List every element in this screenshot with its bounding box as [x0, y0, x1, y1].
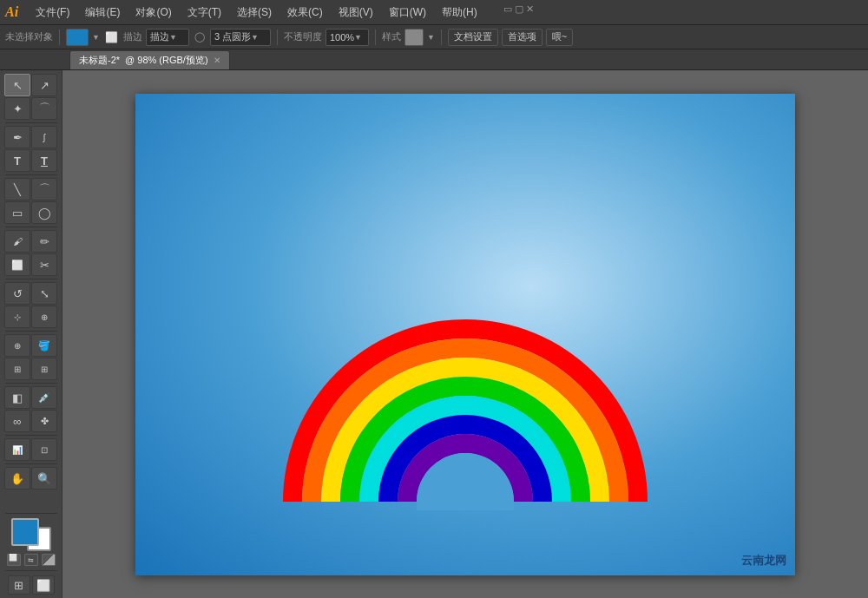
rainbow-svg	[135, 94, 795, 575]
stroke-label: 描边	[123, 30, 142, 43]
paintbrush-tool[interactable]: 🖌	[4, 230, 30, 253]
eyedropper-tool[interactable]: 💉	[31, 386, 57, 409]
symbol-tool[interactable]: ✤	[31, 410, 57, 432]
color-swatches: ⬜ ⇆ ⊞ ⬜	[5, 511, 57, 595]
sep-4	[5, 279, 57, 279]
fill-stroke-swatches[interactable]	[11, 518, 51, 551]
watermark: 云南龙网	[741, 553, 786, 568]
graph-tool[interactable]: 📊	[4, 438, 30, 461]
menu-edit[interactable]: 编辑(E)	[78, 3, 127, 22]
gradient-tool[interactable]: ◧	[4, 386, 30, 409]
title-bar: Ai 文件(F) 编辑(E) 对象(O) 文字(T) 选择(S) 效果(C) 视…	[0, 0, 868, 25]
tab-bar: 未标题-2* @ 98% (RGB/预览) ✕	[0, 49, 868, 70]
scissors-tool[interactable]: ✂	[31, 253, 57, 276]
tab-close[interactable]: ✕	[214, 56, 220, 65]
main-area: ↖ ↗ ✦ ⌒ ✒ ∫ T T ╲ ⌒ ▭ ◯ 🖌 ✏ ⬜	[0, 70, 868, 598]
sep1	[59, 30, 60, 45]
sep-color	[5, 513, 57, 514]
shape-builder-tool[interactable]: ⊕	[4, 334, 30, 357]
eraser-tool[interactable]: ⬜	[4, 253, 30, 276]
tool-row-15: 📊 ⊡	[4, 438, 57, 461]
tool-row-10: ⊹ ⊕	[4, 306, 57, 328]
mesh-tool[interactable]: ⊞	[31, 358, 57, 380]
blend-tool[interactable]: ∞	[4, 410, 30, 432]
direct-selection-tool[interactable]: ↗	[31, 74, 57, 96]
sep-3	[5, 227, 57, 227]
type-tool[interactable]: T	[4, 149, 30, 172]
sep-color2	[5, 570, 57, 571]
doc-settings-btn[interactable]: 文档设置	[448, 29, 498, 46]
zoom-tool[interactable]: 🔍	[31, 467, 57, 490]
tool-row-13: ◧ 💉	[4, 386, 57, 409]
screen-mode[interactable]: ⬜	[32, 575, 55, 595]
style-color[interactable]	[404, 29, 424, 46]
document-canvas: 云南龙网	[135, 94, 795, 575]
canvas-area: 云南龙网	[62, 70, 868, 598]
stroke-dropdown[interactable]: 描边▼	[146, 29, 189, 46]
tool-row-16: ✋ 🔍	[4, 467, 57, 490]
no-selection-label: 未选择对象	[5, 30, 53, 43]
style-arrow[interactable]: ▼	[427, 33, 435, 42]
diagonal-swatch[interactable]	[42, 554, 56, 566]
fill-arrow[interactable]: ▼	[92, 33, 100, 42]
live-paint-tool[interactable]: 🪣	[31, 334, 57, 357]
view-toggle[interactable]: ⊞	[8, 575, 30, 595]
tool-row-8: ⬜ ✂	[4, 253, 57, 276]
perspective-grid-tool[interactable]: ⊞	[4, 358, 30, 380]
left-toolbar: ↖ ↗ ✦ ⌒ ✒ ∫ T T ╲ ⌒ ▭ ◯ 🖌 ✏ ⬜	[0, 70, 62, 598]
menu-help[interactable]: 帮助(H)	[435, 3, 484, 22]
document-tab[interactable]: 未标题-2* @ 98% (RGB/预览) ✕	[69, 50, 230, 69]
menu-window[interactable]: 窗口(W)	[382, 3, 433, 22]
curvature-tool[interactable]: ∫	[31, 126, 57, 148]
selection-tool[interactable]: ↖	[4, 74, 30, 96]
hand-tool[interactable]: ✋	[4, 467, 30, 490]
ai-logo: Ai	[5, 4, 18, 20]
rectangle-tool[interactable]: ▭	[4, 201, 30, 224]
puppet-warp-tool[interactable]: ⊕	[31, 306, 57, 328]
sep3	[375, 30, 376, 45]
sep4	[441, 30, 442, 45]
touch-type-tool[interactable]: T	[31, 149, 57, 172]
magic-wand-tool[interactable]: ✦	[4, 97, 30, 120]
more-btn[interactable]: 喂~	[546, 29, 573, 46]
shape-icon: ◯	[194, 31, 205, 43]
sep-6	[5, 383, 57, 384]
menu-type[interactable]: 文字(T)	[181, 3, 228, 22]
window-controls: ▭ ▢ ✕	[503, 3, 534, 22]
swap-icon[interactable]: ⇆	[24, 554, 38, 566]
sep2	[277, 30, 278, 45]
artboard-tool[interactable]: ⊡	[31, 438, 57, 461]
sep-1	[5, 122, 57, 123]
scale-tool[interactable]: ⤡	[31, 282, 57, 305]
menu-file[interactable]: 文件(F)	[29, 3, 76, 22]
opacity-input[interactable]: 100%▼	[326, 29, 369, 46]
menu-view[interactable]: 视图(V)	[332, 3, 380, 22]
tool-row-6: ▭ ◯	[4, 201, 57, 224]
opacity-label: 不透明度	[284, 30, 322, 43]
stroke-icon: ⬜	[105, 31, 118, 43]
none-swatch[interactable]: ⬜	[7, 554, 21, 566]
ellipse-tool[interactable]: ◯	[31, 201, 57, 224]
tool-row-2: ✦ ⌒	[4, 97, 57, 120]
first-item-btn[interactable]: 首选项	[502, 29, 542, 46]
menu-effect[interactable]: 效果(C)	[280, 3, 330, 22]
sep-5	[5, 331, 57, 332]
lasso-tool[interactable]: ⌒	[31, 97, 57, 120]
pen-tool[interactable]: ✒	[4, 126, 30, 148]
menu-object[interactable]: 对象(O)	[128, 3, 178, 22]
fill-swatch[interactable]	[11, 518, 39, 546]
tool-row-11: ⊕ 🪣	[4, 334, 57, 357]
free-transform-tool[interactable]: ⊹	[4, 306, 30, 328]
menu-select[interactable]: 选择(S)	[230, 3, 279, 22]
tool-row-7: 🖌 ✏	[4, 230, 57, 253]
tool-row-12: ⊞ ⊞	[4, 358, 57, 380]
sep-8	[5, 463, 57, 464]
menu-bar: 文件(F) 编辑(E) 对象(O) 文字(T) 选择(S) 效果(C) 视图(V…	[29, 3, 534, 22]
sep-2	[5, 174, 57, 175]
arc-tool[interactable]: ⌒	[31, 178, 57, 200]
line-tool[interactable]: ╲	[4, 178, 30, 200]
rotate-tool[interactable]: ↺	[4, 282, 30, 305]
point-shape-dropdown[interactable]: 3 点圆形▼	[210, 29, 271, 46]
pencil-tool[interactable]: ✏	[31, 230, 57, 253]
fill-color[interactable]	[66, 29, 89, 46]
